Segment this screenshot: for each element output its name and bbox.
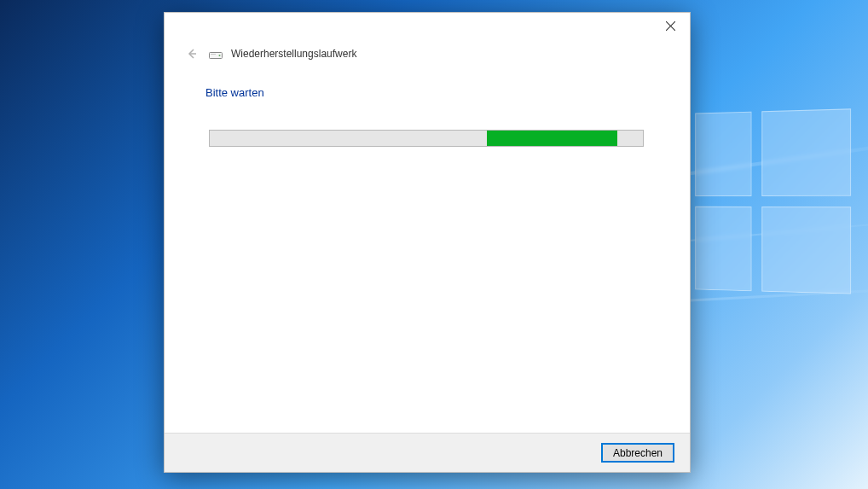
close-button[interactable]: [651, 13, 690, 38]
wizard-title: Wiederherstellungslaufwerk: [231, 48, 356, 60]
cancel-button[interactable]: Abbrechen: [601, 443, 674, 463]
page-heading: Bitte warten: [205, 86, 649, 99]
svg-point-4: [219, 55, 221, 56]
drive-icon: [209, 49, 223, 59]
progress-chunk: [487, 131, 616, 146]
wizard-content: Bitte warten: [165, 62, 690, 433]
back-button[interactable]: [183, 45, 200, 62]
progress-bar: [209, 130, 644, 147]
recovery-drive-wizard-dialog: Wiederherstellungslaufwerk Bitte warten …: [164, 12, 691, 473]
windows-logo-desktop: [695, 108, 851, 294]
close-icon: [666, 21, 675, 31]
back-arrow-icon: [185, 47, 199, 61]
titlebar: [165, 13, 690, 40]
wizard-footer: Abbrechen: [165, 433, 690, 472]
wizard-header: Wiederherstellungslaufwerk: [165, 40, 690, 62]
